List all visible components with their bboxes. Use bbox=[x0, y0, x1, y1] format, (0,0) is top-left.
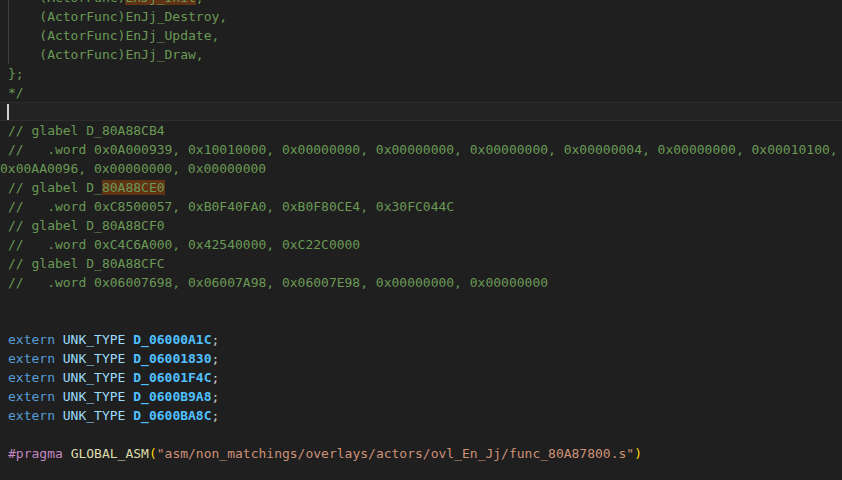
code-token: ; bbox=[212, 370, 220, 385]
code-token: extern bbox=[8, 332, 55, 347]
code-line: }; bbox=[0, 64, 842, 83]
code-line: // glabel D_80A88CFC bbox=[0, 254, 842, 273]
code-line bbox=[0, 425, 842, 444]
code-token: , bbox=[196, 0, 204, 5]
code-token: // glabel D_80A88CB4 bbox=[8, 123, 165, 138]
code-token bbox=[55, 408, 63, 423]
code-token: UNK_TYPE bbox=[63, 332, 126, 347]
code-token bbox=[55, 389, 63, 404]
code-token: extern bbox=[8, 370, 55, 385]
code-line: extern UNK_TYPE D_0600BA8C; bbox=[0, 406, 842, 425]
code-line: #pragma GLOBAL_ASM("asm/non_matchings/ov… bbox=[0, 444, 842, 463]
code-token: ) bbox=[634, 446, 642, 461]
code-token: // .word 0x06007698, 0x06007A98, 0x06007… bbox=[8, 275, 548, 290]
code-token: ( bbox=[149, 446, 157, 461]
code-token: ; bbox=[212, 351, 220, 366]
code-token bbox=[55, 370, 63, 385]
code-token: (ActorFunc)EnJj_Update, bbox=[8, 28, 219, 43]
code-token bbox=[63, 446, 71, 461]
code-line: // glabel D_80A88CF0 bbox=[0, 216, 842, 235]
code-line: (ActorFunc)EnJj_Destroy, bbox=[0, 7, 842, 26]
find-match-highlight: EnJj_Init bbox=[125, 0, 195, 5]
code-token: D_0600BA8C bbox=[133, 408, 211, 423]
code-token: extern bbox=[8, 351, 55, 366]
code-area: (ActorFunc)EnJj_Init, (ActorFunc)EnJj_De… bbox=[0, 0, 842, 480]
code-token: UNK_TYPE bbox=[63, 408, 126, 423]
code-token: UNK_TYPE bbox=[63, 351, 126, 366]
code-token: }; bbox=[8, 66, 24, 81]
code-token: D_06001830 bbox=[133, 351, 211, 366]
code-token: ; bbox=[212, 332, 220, 347]
code-token: // .word 0xC4C6A000, 0x42540000, 0xC22C0… bbox=[8, 237, 360, 252]
text-cursor bbox=[7, 104, 9, 120]
find-match-highlight: 80A88CE0 bbox=[102, 180, 165, 195]
code-token: "asm/non_matchings/overlays/actors/ovl_E… bbox=[157, 446, 634, 461]
code-line bbox=[0, 311, 842, 330]
code-token: D_0600B9A8 bbox=[133, 389, 211, 404]
code-line: extern UNK_TYPE D_06001F4C; bbox=[0, 368, 842, 387]
code-token bbox=[55, 332, 63, 347]
code-token: // .word 0xC8500057, 0xB0F40FA0, 0xB0F80… bbox=[8, 199, 454, 214]
code-token: extern bbox=[8, 408, 55, 423]
code-line bbox=[0, 102, 842, 121]
code-token: (ActorFunc)EnJj_Draw, bbox=[8, 47, 204, 62]
code-line: (ActorFunc)EnJj_Init, bbox=[0, 0, 842, 7]
code-token: GLOBAL_ASM bbox=[71, 446, 149, 461]
code-token: UNK_TYPE bbox=[63, 370, 126, 385]
code-token: D_06001F4C bbox=[133, 370, 211, 385]
code-line: // .word 0x0A000939, 0x10010000, 0x00000… bbox=[0, 140, 842, 159]
code-line: extern UNK_TYPE D_0600B9A8; bbox=[0, 387, 842, 406]
code-line: (ActorFunc)EnJj_Update, bbox=[0, 26, 842, 45]
code-line bbox=[0, 292, 842, 311]
code-token: // glabel D_80A88CFC bbox=[8, 256, 165, 271]
code-line: extern UNK_TYPE D_06000A1C; bbox=[0, 330, 842, 349]
code-token: 0x00AA0096, 0x00000000, 0x00000000 bbox=[0, 161, 266, 176]
code-line: */ bbox=[0, 83, 842, 102]
code-line: 0x00AA0096, 0x00000000, 0x00000000 bbox=[0, 159, 842, 178]
code-line: // .word 0x06007698, 0x06007A98, 0x06007… bbox=[0, 273, 842, 292]
code-token: #pragma bbox=[8, 446, 63, 461]
code-token: ; bbox=[212, 408, 220, 423]
code-token: (ActorFunc)EnJj_Destroy, bbox=[8, 9, 227, 24]
code-token: // glabel D_ bbox=[8, 180, 102, 195]
code-token: (ActorFunc) bbox=[8, 0, 125, 5]
code-line: extern UNK_TYPE D_06001830; bbox=[0, 349, 842, 368]
code-editor[interactable]: (ActorFunc)EnJj_Init, (ActorFunc)EnJj_De… bbox=[0, 0, 842, 480]
code-token: // glabel D_80A88CF0 bbox=[8, 218, 165, 233]
code-line: // .word 0xC8500057, 0xB0F40FA0, 0xB0F80… bbox=[0, 197, 842, 216]
code-token: D_06000A1C bbox=[133, 332, 211, 347]
code-token bbox=[55, 351, 63, 366]
code-token: extern bbox=[8, 389, 55, 404]
code-line: // glabel D_80A88CE0 bbox=[0, 178, 842, 197]
code-token: // .word 0x0A000939, 0x10010000, 0x00000… bbox=[8, 142, 838, 157]
code-token: */ bbox=[8, 85, 24, 100]
code-line: (ActorFunc)EnJj_Draw, bbox=[0, 45, 842, 64]
code-token: ; bbox=[212, 389, 220, 404]
code-token: UNK_TYPE bbox=[63, 389, 126, 404]
code-line: // glabel D_80A88CB4 bbox=[0, 121, 842, 140]
code-line: // .word 0xC4C6A000, 0x42540000, 0xC22C0… bbox=[0, 235, 842, 254]
code-line bbox=[0, 463, 842, 480]
